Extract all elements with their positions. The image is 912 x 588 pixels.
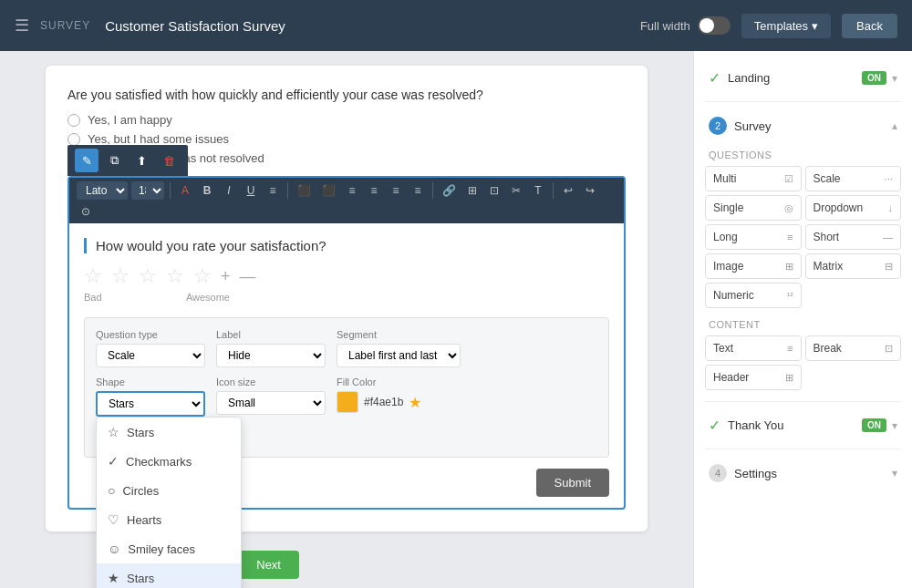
star-1[interactable]: ☆ <box>84 264 102 288</box>
back-button[interactable]: Back <box>842 14 897 38</box>
remove-star-button[interactable]: — <box>240 267 256 286</box>
radio-option-2[interactable]: Yes, but I had some issues <box>67 132 626 146</box>
star-5[interactable]: ☆ <box>193 264 212 288</box>
link-button[interactable]: 🔗 <box>439 182 460 199</box>
q-btn-dropdown[interactable]: Dropdown ↓ <box>805 195 902 221</box>
sidebar-step-survey[interactable]: 2 Survey ▴ <box>705 109 901 142</box>
question-type-select[interactable]: Scale <box>96 344 205 367</box>
snippet-button[interactable]: ✂ <box>507 182 525 199</box>
formula-button[interactable]: T <box>529 182 547 199</box>
move-up-button[interactable]: ⬆ <box>130 149 153 172</box>
star-labels: Bad Awesome <box>84 292 230 303</box>
star-label-bad: Bad <box>84 292 102 303</box>
shape-option-checkmarks[interactable]: ✓ Checkmarks <box>97 447 241 476</box>
shape-option-hearts[interactable]: ♡ Hearts <box>97 505 241 534</box>
break-icon: ⊡ <box>885 343 893 355</box>
q-btn-numeric[interactable]: Numeric ¹² <box>705 283 802 308</box>
redo-button[interactable]: ↪ <box>581 182 599 199</box>
survey-card: Are you satisfied with how quickly and e… <box>46 66 648 531</box>
shape-label-stars-2: Stars <box>127 572 154 585</box>
sidebar-step-thankyou[interactable]: ✓ Thank You ON ▾ <box>705 409 901 441</box>
next-button[interactable]: Next <box>238 551 299 579</box>
question-type-field: Question type Scale <box>96 329 205 367</box>
star-3[interactable]: ☆ <box>139 264 157 288</box>
thankyou-label: Thank You <box>728 418 783 432</box>
label-field: Label Hide <box>216 329 326 367</box>
fullwidth-toggle[interactable] <box>698 16 731 35</box>
align-left-button[interactable]: ⬛ <box>294 182 315 199</box>
italic-button[interactable]: I <box>220 182 238 199</box>
questions-section: Questions Multi ☑ Scale ··· Single ◎ Dro… <box>705 150 901 308</box>
hearts-icon: ♡ <box>108 512 119 527</box>
align-center-button[interactable]: ⬛ <box>318 182 339 199</box>
image-button[interactable]: ⊞ <box>463 182 482 199</box>
align-right-button[interactable]: ≡ <box>343 182 361 199</box>
undo-button[interactable]: ↩ <box>559 182 577 199</box>
icon-size-label: Icon size <box>216 377 326 387</box>
star-4[interactable]: ☆ <box>166 264 184 288</box>
delete-button[interactable]: 🗑 <box>157 149 181 172</box>
q-btn-scale[interactable]: Scale ··· <box>805 166 902 191</box>
q-btn-long[interactable]: Long ≡ <box>705 224 802 250</box>
sidebar-step-landing[interactable]: ✓ Landing ON ▾ <box>705 62 901 94</box>
duplicate-button[interactable]: ⧉ <box>102 149 126 172</box>
c-btn-header[interactable]: Header ⊞ <box>705 365 802 390</box>
toolbar-divider-4 <box>553 182 554 199</box>
font-color-button[interactable]: A <box>176 182 194 199</box>
c-btn-break[interactable]: Break ⊡ <box>805 335 902 361</box>
q-btn-multi[interactable]: Multi ☑ <box>705 166 802 191</box>
shape-option-stars-2[interactable]: ★ Stars <box>97 563 241 588</box>
bold-button[interactable]: B <box>198 182 216 199</box>
add-star-button[interactable]: + <box>221 267 231 286</box>
star-2[interactable]: ☆ <box>111 264 130 288</box>
indent-button[interactable]: ≡ <box>387 182 405 199</box>
thankyou-chevron-icon: ▾ <box>892 419 897 432</box>
dropdown-icon: ↓ <box>888 202 894 213</box>
c-btn-text[interactable]: Text ≡ <box>705 335 802 361</box>
underline-button[interactable]: U <box>242 182 260 199</box>
icon-size-field: Icon size Small <box>216 377 326 415</box>
align-justify-button[interactable]: ≡ <box>365 182 383 199</box>
font-size-select[interactable]: 18 <box>131 181 164 200</box>
font-family-select[interactable]: Lato <box>77 181 128 200</box>
content-section: Content Text ≡ Break ⊡ Header ⊞ <box>705 319 901 390</box>
shape-option-stars-1[interactable]: ☆ Stars <box>97 418 241 447</box>
radio-circle-1 <box>67 114 80 127</box>
shape-option-circles[interactable]: ○ Circles <box>97 476 241 505</box>
shape-option-smiley[interactable]: ☺ Smiley faces <box>97 534 241 563</box>
submit-button[interactable]: Submit <box>536 469 609 497</box>
edit-icons-bar: ✎ ⧉ ⬆ 🗑 <box>67 145 188 176</box>
settings-row-1: Question type Scale Label Hide <box>96 329 597 367</box>
color-swatch[interactable] <box>337 391 358 413</box>
text-icon: ≡ <box>787 343 793 354</box>
q-btn-short[interactable]: Short — <box>805 224 902 250</box>
landing-label: Landing <box>728 71 770 85</box>
long-icon: ≡ <box>787 232 793 242</box>
q-btn-image[interactable]: Image ⊞ <box>705 253 802 279</box>
more-button[interactable]: ⊙ <box>77 203 95 220</box>
settings-label: Settings <box>734 467 777 480</box>
templates-button[interactable]: Templates ▾ <box>741 14 831 38</box>
edit-pencil-button[interactable]: ✎ <box>75 149 98 172</box>
label-select[interactable]: Hide <box>216 344 326 367</box>
c-label-text: Text <box>713 342 733 355</box>
outdent-button[interactable]: ≡ <box>409 182 427 199</box>
shape-select[interactable]: Stars <box>96 391 205 417</box>
icon-size-select[interactable]: Small <box>216 391 326 415</box>
step-left-survey: 2 Survey <box>709 117 771 135</box>
fill-color-field: Fill Color #f4ae1b ★ <box>337 377 421 413</box>
q-btn-single[interactable]: Single ◎ <box>705 195 802 221</box>
sidebar-step-settings[interactable]: 4 Settings ▾ <box>705 457 901 490</box>
landing-on-badge: ON <box>862 71 886 85</box>
menu-icon[interactable]: ☰ <box>15 15 29 36</box>
list-button[interactable]: ≡ <box>264 182 282 199</box>
toolbar-divider-1 <box>170 182 171 199</box>
canvas-area: Are you satisfied with how quickly and e… <box>0 51 693 588</box>
segment-select[interactable]: Label first and last <box>337 344 461 367</box>
q-label-matrix: Matrix <box>814 260 844 273</box>
radio-option-1[interactable]: Yes, I am happy <box>67 113 626 127</box>
video-button[interactable]: ⊡ <box>485 182 503 199</box>
fill-color-label: Fill Color <box>337 377 421 387</box>
q-btn-matrix[interactable]: Matrix ⊟ <box>805 253 902 279</box>
landing-chevron-icon: ▾ <box>892 72 897 85</box>
